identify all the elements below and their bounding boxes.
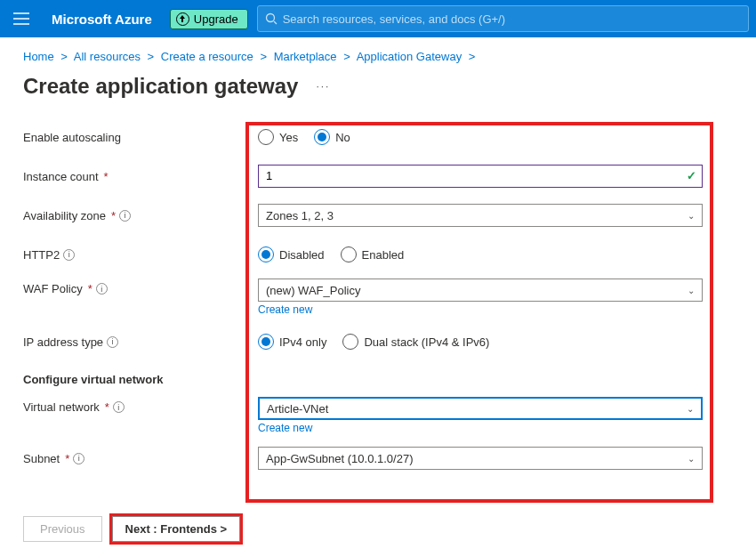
- row-instance-count: Instance count * ✓: [23, 161, 756, 191]
- required-mark: *: [104, 170, 109, 183]
- info-icon[interactable]: i: [73, 453, 84, 464]
- chevron-right-icon: >: [469, 50, 476, 63]
- radio-icon-selected: [258, 334, 274, 350]
- radio-icon: [342, 334, 358, 350]
- row-http2: HTTP2 i Disabled Enabled: [23, 239, 756, 270]
- label-availability-zone: Availability zone: [23, 209, 106, 222]
- crumb-create-resource[interactable]: Create a resource: [161, 50, 253, 63]
- waf-policy-value: (new) WAF_Policy: [266, 284, 360, 297]
- required-mark: *: [111, 209, 116, 222]
- radio-http2-disabled[interactable]: Disabled: [258, 246, 325, 262]
- radio-ipv4-only[interactable]: IPv4 only: [258, 334, 326, 350]
- row-waf-policy: WAF Policy * i (new) WAF_Policy ⌄ Create…: [23, 279, 756, 316]
- more-actions[interactable]: ···: [316, 80, 330, 93]
- svg-line-1: [274, 21, 277, 24]
- instance-count-field[interactable]: ✓: [258, 165, 703, 188]
- chevron-down-icon: ⌄: [688, 454, 695, 464]
- check-icon: ✓: [687, 169, 696, 182]
- label-instance-count: Instance count: [23, 170, 99, 183]
- wizard-buttons: Previous Next : Frontends >: [23, 513, 243, 545]
- page-header: Create application gateway ···: [0, 74, 756, 99]
- required-mark: *: [105, 400, 109, 414]
- crumb-marketplace[interactable]: Marketplace: [274, 50, 337, 63]
- info-icon[interactable]: i: [63, 249, 75, 261]
- form-area: Enable autoscaling Yes No Instance count…: [0, 122, 756, 473]
- hamburger-menu-icon[interactable]: [7, 4, 36, 33]
- radio-icon: [341, 246, 357, 262]
- chevron-right-icon: >: [148, 50, 155, 63]
- instance-count-input[interactable]: [266, 166, 675, 185]
- waf-policy-create-new-link[interactable]: Create new: [258, 303, 312, 316]
- waf-policy-dropdown[interactable]: (new) WAF_Policy ⌄: [258, 279, 703, 302]
- required-mark: *: [65, 452, 69, 465]
- row-availability-zone: Availability zone * i Zones 1, 2, 3 ⌄: [23, 200, 756, 230]
- label-waf-policy: WAF Policy: [23, 282, 83, 295]
- availability-zone-dropdown[interactable]: Zones 1, 2, 3 ⌄: [258, 204, 703, 227]
- radio-dual-stack[interactable]: Dual stack (IPv4 & IPv6): [342, 334, 489, 350]
- info-icon[interactable]: i: [113, 401, 125, 413]
- chevron-down-icon: ⌄: [687, 404, 694, 414]
- page-title: Create application gateway: [23, 74, 298, 99]
- chevron-down-icon: ⌄: [688, 286, 695, 295]
- subnet-dropdown[interactable]: App-GwSubnet (10.0.1.0/27) ⌄: [258, 447, 703, 470]
- search-input[interactable]: [283, 12, 741, 26]
- radio-autoscaling-no[interactable]: No: [314, 129, 350, 145]
- chevron-right-icon: >: [260, 50, 267, 63]
- info-icon[interactable]: i: [107, 336, 118, 348]
- vnet-create-new-link[interactable]: Create new: [258, 422, 312, 434]
- chevron-right-icon: >: [343, 50, 350, 63]
- label-subnet: Subnet: [23, 452, 60, 465]
- row-ip-type: IP address type i IPv4 only Dual stack (…: [23, 327, 756, 357]
- subnet-value: App-GwSubnet (10.0.1.0/27): [266, 452, 414, 465]
- radio-autoscaling-yes[interactable]: Yes: [258, 129, 298, 145]
- row-subnet: Subnet * i App-GwSubnet (10.0.1.0/27) ⌄: [23, 443, 756, 473]
- chevron-right-icon: >: [60, 50, 68, 63]
- crumb-home[interactable]: Home: [23, 50, 54, 63]
- radio-icon-selected: [258, 246, 274, 262]
- crumb-application-gateway[interactable]: Application Gateway: [357, 50, 462, 63]
- row-autoscaling: Enable autoscaling Yes No: [23, 122, 756, 152]
- info-icon[interactable]: i: [96, 283, 108, 295]
- search-icon: [265, 12, 277, 25]
- section-configure-vnet: Configure virtual network: [23, 373, 756, 386]
- chevron-down-icon: ⌄: [688, 211, 695, 221]
- virtual-network-value: Article-VNet: [267, 402, 328, 416]
- global-search[interactable]: [257, 5, 749, 32]
- azure-top-bar: Microsoft Azure Upgrade: [0, 0, 756, 37]
- breadcrumb: Home > All resources > Create a resource…: [0, 37, 756, 69]
- virtual-network-dropdown[interactable]: Article-VNet ⌄: [258, 397, 703, 420]
- radio-http2-enabled[interactable]: Enabled: [341, 246, 405, 262]
- brand-label[interactable]: Microsoft Azure: [52, 12, 152, 27]
- crumb-all-resources[interactable]: All resources: [74, 50, 141, 63]
- upgrade-label: Upgrade: [194, 12, 238, 26]
- label-ip-type: IP address type: [23, 335, 103, 349]
- radio-icon: [258, 129, 274, 145]
- radio-icon-selected: [314, 129, 330, 145]
- previous-button[interactable]: Previous: [23, 516, 102, 542]
- info-icon[interactable]: i: [119, 210, 131, 222]
- label-autoscaling: Enable autoscaling: [23, 131, 258, 144]
- upgrade-arrow-icon: [176, 12, 189, 26]
- next-frontends-button[interactable]: Next : Frontends >: [112, 516, 241, 542]
- row-virtual-network: Virtual network * i Article-VNet ⌄ Creat…: [23, 397, 756, 434]
- highlight-box-next: Next : Frontends >: [109, 513, 244, 545]
- upgrade-button[interactable]: Upgrade: [170, 9, 248, 29]
- svg-point-0: [266, 14, 274, 22]
- label-virtual-network: Virtual network: [23, 400, 100, 414]
- availability-zone-value: Zones 1, 2, 3: [266, 209, 334, 222]
- required-mark: *: [88, 282, 92, 295]
- label-http2: HTTP2: [23, 248, 60, 262]
